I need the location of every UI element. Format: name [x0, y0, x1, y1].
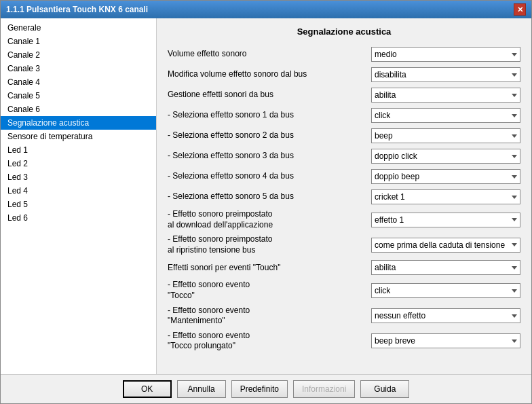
form-control-2: disabilitaabilita [371, 88, 520, 103]
sidebar-item-14[interactable]: Led 6 [1, 211, 156, 225]
form-label-2: Gestione effetti sonori da bus [168, 90, 371, 100]
sidebar: GeneraleCanale 1Canale 2Canale 3Canale 4… [1, 18, 157, 374]
sidebar-item-8[interactable]: Sensore di temperatura [1, 130, 156, 143]
select-5[interactable]: clickbeepdoppio clickdoppio beepcricket … [371, 149, 520, 164]
close-button[interactable]: ✕ [514, 3, 526, 16]
select-13[interactable]: clickbeepbeep brevedoppio clickdoppio be… [371, 333, 520, 348]
annulla-button[interactable]: Annulla [177, 380, 226, 398]
sidebar-item-5[interactable]: Canale 5 [1, 89, 156, 103]
sidebar-item-12[interactable]: Led 4 [1, 184, 156, 198]
form-label-9: - Effetto sonoro preimpostato al riprist… [168, 234, 371, 255]
panel-title: Segnalazione acustica [168, 26, 520, 37]
sidebar-item-4[interactable]: Canale 4 [1, 75, 156, 89]
form-control-10: disabilitaabilita [371, 260, 520, 275]
form-rows: Volume effetto sonoropianomedioforteModi… [168, 46, 520, 352]
form-control-9: come prima della caduta di tensioneeffet… [371, 238, 520, 253]
main-panel: Segnalazione acustica Volume effetto son… [157, 18, 531, 374]
title-bar: 1.1.1 Pulsantiera Touch KNX 6 canali ✕ [1, 1, 531, 18]
form-label-6: - Seleziona effetto sonoro 4 da bus [168, 171, 371, 182]
form-control-5: clickbeepdoppio clickdoppio beepcricket … [371, 149, 520, 164]
guida-button[interactable]: Guida [360, 380, 409, 398]
form-control-11: clickbeepdoppio clickdoppio beepcricket … [371, 283, 520, 298]
form-label-3: - Seleziona effetto sonoro 1 da bus [168, 110, 371, 121]
form-control-6: clickbeepdoppio clickdoppio beepcricket … [371, 169, 520, 184]
sidebar-item-1[interactable]: Canale 1 [1, 35, 156, 48]
select-4[interactable]: clickbeepdoppio clickdoppio beepcricket … [371, 128, 520, 143]
select-10[interactable]: disabilitaabilita [371, 260, 520, 275]
content-area: GeneraleCanale 1Canale 2Canale 3Canale 4… [1, 18, 531, 374]
sidebar-item-3[interactable]: Canale 3 [1, 62, 156, 75]
ok-button[interactable]: OK [123, 380, 172, 398]
select-7[interactable]: clickbeepdoppio clickdoppio beepcricket … [371, 189, 520, 204]
form-row-11: - Effetto sonoro evento "Tocco"clickbeep… [168, 280, 520, 301]
select-12[interactable]: clickbeepdoppio clickdoppio beepcricket … [371, 308, 520, 323]
form-row-10: Effetti sonori per eventi "Touch"disabil… [168, 259, 520, 276]
sidebar-item-0[interactable]: Generale [1, 21, 156, 35]
form-label-4: - Seleziona effetto sonoro 2 da bus [168, 130, 371, 141]
form-control-7: clickbeepdoppio clickdoppio beepcricket … [371, 189, 520, 204]
form-control-1: disabilitaabilita [371, 67, 520, 82]
form-row-4: - Seleziona effetto sonoro 2 da busclick… [168, 128, 520, 144]
select-0[interactable]: pianomedioforte [371, 47, 520, 62]
form-label-12: - Effetto sonoro evento "Mantenimento" [168, 306, 371, 327]
sidebar-item-7[interactable]: Segnalazione acustica [1, 116, 156, 130]
sidebar-item-13[interactable]: Led 5 [1, 198, 156, 211]
form-row-1: Modifica volume effetto sonoro dal busdi… [168, 67, 520, 83]
select-2[interactable]: disabilitaabilita [371, 88, 520, 103]
form-label-11: - Effetto sonoro evento "Tocco" [168, 280, 371, 301]
form-control-12: clickbeepdoppio clickdoppio beepcricket … [371, 308, 520, 323]
form-label-1: Modifica volume effetto sonoro dal bus [168, 69, 371, 80]
form-label-10: Effetti sonori per eventi "Touch" [168, 263, 371, 274]
form-label-0: Volume effetto sonoro [168, 49, 371, 60]
select-1[interactable]: disabilitaabilita [371, 67, 520, 82]
form-row-9: - Effetto sonoro preimpostato al riprist… [168, 234, 520, 255]
form-row-0: Volume effetto sonoropianomedioforte [168, 46, 520, 62]
form-row-5: - Seleziona effetto sonoro 3 da busclick… [168, 148, 520, 164]
sidebar-item-9[interactable]: Led 1 [1, 143, 156, 157]
form-row-7: - Seleziona effetto sonoro 5 da busclick… [168, 189, 520, 205]
form-control-13: clickbeepbeep brevedoppio clickdoppio be… [371, 333, 520, 348]
window-title: 1.1.1 Pulsantiera Touch KNX 6 canali [6, 5, 148, 14]
sidebar-item-11[interactable]: Led 3 [1, 170, 156, 184]
form-row-8: - Effetto sonoro preimpostato al downloa… [168, 209, 520, 230]
form-label-7: - Seleziona effetto sonoro 5 da bus [168, 191, 371, 202]
select-8[interactable]: effetto 1effetto 2effetto 3 [371, 213, 520, 227]
sidebar-item-2[interactable]: Canale 2 [1, 48, 156, 62]
select-3[interactable]: clickbeepdoppio clickdoppio beepcricket … [371, 108, 520, 123]
form-row-13: - Effetto sonoro evento "Tocco prolungat… [168, 331, 520, 352]
footer: OK Annulla Predefinito Informazioni Guid… [1, 374, 531, 403]
informazioni-button[interactable]: Informazioni [293, 380, 355, 398]
select-9[interactable]: come prima della caduta di tensioneeffet… [371, 238, 520, 253]
form-row-12: - Effetto sonoro evento "Mantenimento"cl… [168, 306, 520, 327]
form-control-3: clickbeepdoppio clickdoppio beepcricket … [371, 108, 520, 123]
main-window: 1.1.1 Pulsantiera Touch KNX 6 canali ✕ G… [0, 0, 532, 404]
form-control-8: effetto 1effetto 2effetto 3 [371, 213, 520, 227]
sidebar-item-6[interactable]: Canale 6 [1, 103, 156, 116]
sidebar-item-10[interactable]: Led 2 [1, 157, 156, 170]
form-label-5: - Seleziona effetto sonoro 3 da bus [168, 151, 371, 162]
predefinito-button[interactable]: Predefinito [231, 380, 288, 398]
form-control-0: pianomedioforte [371, 47, 520, 62]
form-control-4: clickbeepdoppio clickdoppio beepcricket … [371, 128, 520, 143]
select-11[interactable]: clickbeepdoppio clickdoppio beepcricket … [371, 283, 520, 298]
form-label-8: - Effetto sonoro preimpostato al downloa… [168, 209, 371, 230]
form-label-13: - Effetto sonoro evento "Tocco prolungat… [168, 331, 371, 352]
form-row-6: - Seleziona effetto sonoro 4 da busclick… [168, 168, 520, 185]
select-6[interactable]: clickbeepdoppio clickdoppio beepcricket … [371, 169, 520, 184]
form-row-2: Gestione effetti sonori da busdisabilita… [168, 87, 520, 103]
form-row-3: - Seleziona effetto sonoro 1 da busclick… [168, 107, 520, 124]
